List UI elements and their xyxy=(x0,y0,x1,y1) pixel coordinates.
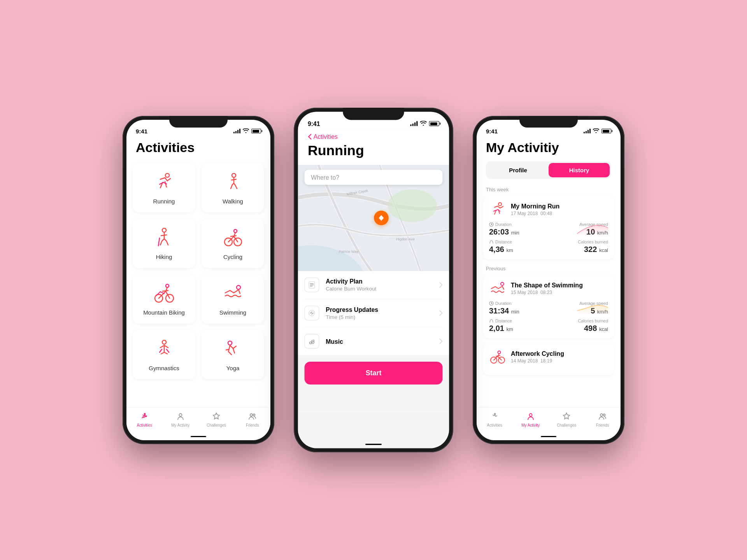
battery-left xyxy=(251,129,261,133)
nav-challenges-right[interactable]: Challenges xyxy=(549,411,585,427)
signal-right xyxy=(584,129,591,133)
search-bar[interactable]: Where to? xyxy=(305,170,443,185)
activity-scroll[interactable]: This week My Morning Run xyxy=(477,185,621,440)
activity-plan-icon xyxy=(305,278,319,292)
nav-challenges-label-left: Challenges xyxy=(207,423,226,427)
phone-running: 9:41 xyxy=(294,108,453,452)
svg-point-33 xyxy=(603,414,605,416)
map-pin xyxy=(374,211,389,226)
nav-activities-right[interactable]: Activities xyxy=(477,411,513,427)
activity-item-running[interactable]: Running xyxy=(133,163,195,212)
activity-card-morning-run[interactable]: My Morning Run 17 May 2018 00:48 Duratio… xyxy=(483,196,614,259)
running-title: Running xyxy=(308,142,439,158)
cycling-date: 14 May 2018 18:19 xyxy=(511,358,564,364)
search-placeholder: Where to? xyxy=(311,174,339,181)
settings-music[interactable]: Music xyxy=(305,327,443,355)
swim-duration-value: 31:34 min xyxy=(489,306,547,315)
activity-plan-title: Activity Plan xyxy=(326,278,433,285)
wifi-left xyxy=(243,128,249,134)
nav-challenges-label-right: Challenges xyxy=(557,423,576,427)
hiking-icon xyxy=(153,226,176,250)
activity-item-mountain-biking[interactable]: Mountain Biking xyxy=(133,274,195,324)
swimming-label: Swimming xyxy=(219,309,246,316)
notch-center xyxy=(343,108,404,120)
run-sparkline xyxy=(577,220,608,236)
mountain-biking-label: Mountain Biking xyxy=(143,309,185,316)
nav-activities-label-left: Activities xyxy=(137,423,152,427)
notch-right xyxy=(519,116,578,128)
settings-activity-plan[interactable]: Activity Plan Calorie Burn Workout xyxy=(305,271,443,299)
map-container: Millner Creek Higdon Ave Patrice Way Whe… xyxy=(298,165,449,271)
morning-run-title-group: My Morning Run 17 May 2018 00:48 xyxy=(511,203,559,216)
swim-calories-stat: Calories burned 498 kcal xyxy=(550,318,608,333)
svg-point-16 xyxy=(388,189,437,222)
wifi-center xyxy=(420,121,427,127)
settings-progress-updates[interactable]: Progress Updates Time (5 min) xyxy=(305,299,443,327)
svg-text:Patrice Way: Patrice Way xyxy=(339,249,359,254)
activity-item-extra2[interactable]: Yoga xyxy=(202,330,264,379)
signal-left xyxy=(233,129,240,133)
calories-stat: Calories burned 322 kcal xyxy=(550,240,608,254)
swim-distance-value: 2,01 km xyxy=(489,324,547,333)
screen-running: 9:41 xyxy=(298,112,449,448)
back-link[interactable]: Activities xyxy=(308,133,439,140)
activity-card-swimming[interactable]: The Shape of Swimming 15 May 2018 08:23 … xyxy=(483,275,614,338)
myactivity-page-title: My Activitiy xyxy=(477,137,621,161)
time-right: 9:41 xyxy=(486,128,498,135)
status-icons-center xyxy=(410,121,440,127)
mountain-biking-icon xyxy=(153,282,176,305)
activity-item-swimming[interactable]: Swimming xyxy=(202,274,264,324)
tab-profile[interactable]: Profile xyxy=(487,163,549,177)
activity-plan-text: Activity Plan Calorie Burn Workout xyxy=(326,278,433,292)
activity-item-cycling[interactable]: Cycling xyxy=(202,219,264,268)
nav-challenges-left[interactable]: Challenges xyxy=(198,411,235,427)
calories-value: 322 kcal xyxy=(584,245,608,254)
start-button[interactable]: Start xyxy=(305,362,443,385)
running-icon xyxy=(153,171,176,194)
svg-point-10 xyxy=(162,340,166,344)
extra2-icon xyxy=(221,338,245,361)
activities-nav-icon-right xyxy=(489,411,500,422)
progress-updates-icon xyxy=(305,306,319,320)
nav-friends-right[interactable]: Friends xyxy=(585,411,621,427)
svg-point-32 xyxy=(600,414,603,416)
previous-label: Previous xyxy=(477,264,621,275)
svg-text:Higdon Ave: Higdon Ave xyxy=(396,237,415,241)
morning-run-date: 17 May 2018 00:48 xyxy=(511,211,559,216)
swimming-icon xyxy=(221,282,245,305)
distance-value: 4,36 km xyxy=(489,245,547,254)
progress-updates-text: Progress Updates Time (5 min) xyxy=(326,306,433,320)
nav-activities-label-right: Activities xyxy=(487,423,502,427)
nav-activities-left[interactable]: Activities xyxy=(126,411,163,427)
nav-myactivity-left[interactable]: My Activity xyxy=(163,411,199,427)
nav-myactivity-right[interactable]: My Activity xyxy=(513,411,549,427)
activity-item-extra1[interactable]: Gymnastics xyxy=(133,330,195,379)
cycling-icon xyxy=(221,226,245,250)
distance-label: Distance xyxy=(489,240,547,244)
svg-point-23 xyxy=(312,341,314,343)
phone-activities: 9:41 Activities xyxy=(123,116,274,444)
svg-point-22 xyxy=(310,342,312,344)
cycling-label: Cycling xyxy=(223,254,242,260)
time-center: 9:41 xyxy=(308,120,320,127)
duration-stat: Duration 26:03 min xyxy=(489,222,547,236)
tab-history[interactable]: History xyxy=(549,163,610,177)
activity-item-hiking[interactable]: Hiking xyxy=(133,219,195,268)
home-indicator-left xyxy=(191,436,206,437)
swim-calories-value: 498 kcal xyxy=(584,324,608,333)
swim-sparkline xyxy=(577,299,608,315)
home-indicator-center xyxy=(365,444,382,445)
svg-point-12 xyxy=(179,414,182,416)
calories-label: Calories burned xyxy=(578,240,608,244)
activity-card-cycling[interactable]: Afterwork Cycling 14 May 2018 18:19 xyxy=(483,343,614,375)
running-label: Running xyxy=(153,198,175,205)
duration-value: 26:03 min xyxy=(489,228,547,236)
duration-label: Duration xyxy=(489,222,547,227)
activity-item-walking[interactable]: Walking xyxy=(202,163,264,212)
cycling-card-icon xyxy=(489,348,506,366)
svg-point-1 xyxy=(232,173,236,177)
svg-point-9 xyxy=(237,285,240,289)
myactivity-nav-icon xyxy=(175,411,186,422)
swim-distance-label: Distance xyxy=(489,318,547,323)
nav-friends-left[interactable]: Friends xyxy=(235,411,271,427)
